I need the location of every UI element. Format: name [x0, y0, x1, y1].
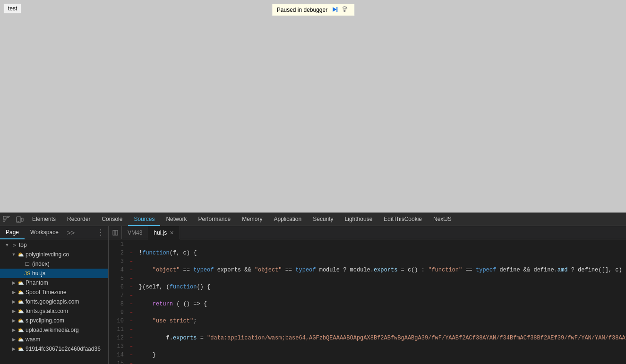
editor-tab-hui-js[interactable]: hui.js × [148, 226, 180, 239]
tree-item-domain[interactable]: ▼ ⛅ polyginievding.co [0, 250, 108, 259]
bp-5: – [128, 274, 135, 283]
inspect-element-button[interactable] [0, 213, 13, 226]
bp-3: – [128, 257, 135, 266]
tab-nextjs[interactable]: NextJS [428, 213, 457, 226]
resume-button[interactable] [330, 6, 339, 14]
bp-2: – [128, 249, 135, 257]
tab-console[interactable]: Console [96, 213, 128, 226]
editor-area: VM43 hui.js × 1 2 3 4 5 6 7 8 9 [109, 226, 626, 364]
pvcliping-icon: ⛅ [17, 318, 25, 324]
sidebar-menu-button[interactable]: ⋮ [93, 228, 108, 237]
bp-11: – [128, 325, 135, 334]
tree-item-pvcliping[interactable]: ▶ ⛅ s.pvcliping.com [0, 316, 108, 325]
breakpoint-area: – – – – – – – – – – – – – – [128, 239, 135, 364]
tree-item-hui-js[interactable]: ▶ JS hui.js [0, 269, 108, 278]
tree-arrow-wasm: ▶ [10, 337, 17, 342]
code-editor[interactable]: 1 2 3 4 5 6 7 8 9 10 11 12 13 14 15 [109, 239, 626, 364]
svg-rect-13 [113, 230, 115, 235]
code-line-1: !function(f, c) { [139, 249, 626, 257]
code-content: !function(f, c) { "object" == typeof exp… [135, 239, 626, 364]
tab-security[interactable]: Security [307, 213, 339, 226]
code-line-3: }(self, (function() { [139, 283, 626, 291]
tab-editthiscookie[interactable]: EditThisCookie [378, 213, 428, 226]
code-line-2: "object" == typeof exports && "object" =… [139, 266, 626, 274]
svg-rect-4 [343, 10, 345, 12]
tree-item-top[interactable]: ▼ ⊳ top [0, 240, 108, 250]
file-sidebar: Page Workspace >> ⋮ ▼ ⊳ top [0, 226, 109, 364]
domain-folder-icon: ⛅ [17, 252, 25, 258]
sidebar-tab-workspace[interactable]: Workspace [25, 226, 64, 239]
svg-rect-1 [336, 7, 337, 12]
tree-arrow-spoof: ▶ [10, 290, 17, 295]
tab-recorder[interactable]: Recorder [61, 213, 96, 226]
bp-6: – [128, 283, 135, 291]
tree-item-wikimedia[interactable]: ▶ ⛅ upload.wikimedia.org [0, 325, 108, 335]
tree-arrow-phantom: ▶ [10, 280, 17, 285]
wasm-icon: ⛅ [17, 337, 25, 343]
svg-rect-5 [3, 216, 6, 219]
code-line-4: return ( () => { [139, 300, 626, 308]
devtools-panel: Elements Recorder Console Sources Networ… [0, 212, 626, 364]
tree-arrow-wikimedia: ▶ [10, 328, 17, 332]
tab-elements[interactable]: Elements [26, 213, 61, 226]
tab-sources[interactable]: Sources [128, 213, 160, 226]
tab-network[interactable]: Network [160, 213, 192, 226]
browser-viewport: test Paused in debugger [0, 0, 626, 212]
code-line-6: f.exports = "data:application/wasm;base6… [139, 334, 626, 342]
bp-8: – [128, 300, 135, 308]
hash-icon: ⛅ [17, 346, 25, 352]
sidebar-tab-more[interactable]: >> [64, 229, 77, 237]
debugger-banner: Paused in debugger [272, 4, 354, 16]
sources-panel: Page Workspace >> ⋮ ▼ ⊳ top [0, 226, 626, 364]
tree-arrow-gstatic: ▶ [10, 309, 17, 313]
svg-rect-3 [343, 8, 346, 9]
tree-item-fonts-googleapis[interactable]: ▶ ⛅ fonts.googleapis.com [0, 297, 108, 306]
tree-arrow-googleapis: ▶ [10, 299, 17, 304]
tree-item-spoof-timezone[interactable]: ▶ ⛅ Spoof Timezone [0, 288, 108, 297]
phantom-icon: ⛅ [17, 280, 25, 286]
test-button[interactable]: test [4, 4, 21, 13]
top-folder-icon: ⊳ [10, 242, 18, 248]
bp-4: – [128, 266, 135, 274]
tab-lighthouse[interactable]: Lighthouse [339, 213, 378, 226]
bp-13: – [128, 342, 135, 351]
tree-arrow-pvcliping: ▶ [10, 318, 17, 323]
tree-arrow-hash: ▶ [10, 347, 17, 351]
tree-item-hash[interactable]: ▶ ⛅ 91914fc30671e2c460dfaad36 [0, 344, 108, 354]
editor-sidebar-toggle[interactable] [109, 226, 122, 239]
hui-js-icon: JS [24, 271, 31, 276]
editor-tab-close-icon[interactable]: × [170, 229, 173, 236]
wikimedia-icon: ⛅ [17, 327, 25, 333]
sidebar-tab-bar: Page Workspace >> ⋮ [0, 226, 108, 239]
tab-memory[interactable]: Memory [236, 213, 268, 226]
tree-item-fonts-gstatic[interactable]: ▶ ⛅ fonts.gstatic.com [0, 306, 108, 316]
bp-10: – [128, 317, 135, 325]
debugger-banner-text: Paused in debugger [277, 7, 327, 13]
tree-item-phantom[interactable]: ▶ ⛅ Phantom [0, 278, 108, 288]
googleapis-icon: ⛅ [17, 299, 25, 305]
svg-rect-14 [115, 230, 118, 235]
bp-1 [128, 240, 135, 249]
bp-14: – [128, 351, 135, 359]
svg-rect-11 [21, 218, 23, 221]
tab-application[interactable]: Application [268, 213, 308, 226]
step-over-button[interactable] [340, 6, 349, 14]
bp-12: – [128, 334, 135, 342]
code-line-7: } [139, 351, 626, 359]
editor-tab-vm[interactable]: VM43 [122, 229, 148, 236]
devtools-tab-bar: Elements Recorder Console Sources Networ… [0, 213, 626, 226]
line-numbers: 1 2 3 4 5 6 7 8 9 10 11 12 13 14 15 [109, 239, 128, 364]
sidebar-tab-page[interactable]: Page [0, 226, 25, 239]
editor-tab-bar: VM43 hui.js × [109, 226, 626, 239]
tree-item-wasm[interactable]: ▶ ⛅ wasm [0, 335, 108, 344]
bp-15: – [128, 359, 135, 364]
svg-marker-0 [333, 7, 336, 12]
bp-7: – [128, 291, 135, 300]
gstatic-icon: ⛅ [17, 308, 25, 314]
bp-9: – [128, 308, 135, 317]
device-toggle-button[interactable] [13, 213, 26, 226]
tree-item-index[interactable]: ▶ ☐ (index) [0, 259, 108, 269]
spoof-timezone-icon: ⛅ [17, 289, 25, 296]
file-tree: ▼ ⊳ top ▼ ⛅ polyginievding.co ▶ ☐ (index… [0, 239, 108, 364]
tab-performance[interactable]: Performance [192, 213, 236, 226]
